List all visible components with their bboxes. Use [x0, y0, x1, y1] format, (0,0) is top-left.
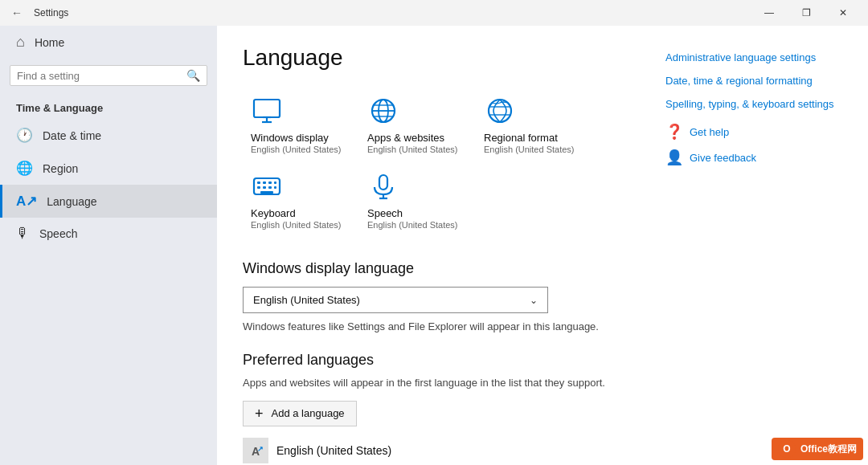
svg-text:↗: ↗ [257, 445, 264, 453]
back-nav-icon[interactable]: ← [6, 6, 27, 19]
language-icon: A↗ [16, 193, 37, 210]
tile-regional-format[interactable]: Regional format English (United States) [476, 87, 592, 162]
home-label: Home [35, 36, 64, 49]
svg-rect-17 [257, 186, 260, 189]
sidebar-item-label-date-time: Date & time [43, 129, 101, 142]
titlebar-title: Settings [34, 7, 68, 18]
sidebar-item-label-region: Region [43, 162, 78, 175]
titlebar: ← Settings — ❐ ✕ [0, 0, 868, 26]
plus-icon: + [255, 406, 264, 421]
search-box: 🔍 [10, 65, 207, 86]
main-content: Language Windows display English (Unit [217, 26, 868, 465]
give-feedback-label: Give feedback [690, 152, 756, 164]
date-time-icon: 🕐 [16, 127, 33, 144]
apps-websites-icon [367, 95, 399, 127]
tile-desc-windows-display: English (United States) [251, 145, 342, 154]
close-button[interactable]: ✕ [825, 0, 862, 26]
sidebar-item-home[interactable]: ⌂ Home [0, 26, 217, 59]
search-input[interactable] [17, 70, 182, 82]
content-left: Language Windows display English (Unit [243, 45, 633, 446]
dropdown-value: English (United States) [253, 294, 360, 306]
tile-desc-apps-websites: English (United States) [367, 145, 458, 154]
add-language-button[interactable]: + Add a language [243, 401, 357, 426]
tile-desc-speech: English (United States) [367, 220, 458, 230]
language-list-item-en-us[interactable]: A ↗ English (United States) [243, 433, 633, 465]
page-title: Language [243, 45, 633, 71]
get-help-label: Get help [690, 126, 729, 138]
link-admin-language[interactable]: Administrative language settings [665, 51, 842, 63]
sidebar-item-speech[interactable]: 🎙 Speech [0, 218, 217, 250]
tile-name-keyboard: Keyboard [251, 207, 296, 219]
svg-rect-13 [257, 182, 260, 184]
preferred-languages-title: Preferred languages [243, 352, 633, 369]
feedback-icon: 👤 [665, 149, 683, 166]
restore-button[interactable]: ❐ [788, 0, 825, 26]
sidebar-item-language[interactable]: A↗ Language [0, 185, 217, 218]
titlebar-left: ← Settings [6, 6, 68, 19]
minimize-button[interactable]: — [751, 0, 788, 26]
svg-rect-14 [263, 182, 266, 184]
settings-grid: Windows display English (United States) [243, 87, 633, 238]
tile-apps-websites[interactable]: Apps & websites English (United States) [359, 87, 476, 162]
svg-rect-20 [274, 186, 276, 189]
speech-tile-icon [367, 170, 399, 202]
svg-rect-15 [268, 182, 272, 184]
tile-windows-display[interactable]: Windows display English (United States) [243, 87, 359, 162]
preferred-languages-desc: Apps and websites will appear in the fir… [243, 375, 633, 391]
tile-desc-regional-format: English (United States) [484, 145, 575, 154]
link-spelling-typing[interactable]: Spelling, typing, & keyboard settings [665, 98, 842, 110]
sidebar-item-date-time[interactable]: 🕐 Date & time [0, 119, 217, 152]
tile-keyboard[interactable]: Keyboard English (United States) [243, 162, 359, 238]
tile-speech[interactable]: Speech English (United States) [359, 162, 476, 238]
sidebar: ⌂ Home 🔍 Time & Language 🕐 Date & time 🌐… [0, 26, 217, 465]
dropdown-description: Windows features like Settings and File … [243, 320, 633, 334]
tile-name-speech: Speech [367, 207, 403, 219]
add-language-label: Add a language [272, 407, 345, 419]
tile-name-windows-display: Windows display [251, 132, 329, 144]
watermark-text: Office教程网 [800, 443, 857, 456]
svg-rect-0 [254, 100, 280, 117]
svg-rect-19 [268, 186, 272, 189]
watermark-badge: O Office教程网 [772, 438, 863, 460]
language-item-icon: A ↗ [243, 438, 268, 463]
chevron-down-icon: ⌄ [530, 295, 538, 306]
display-language-dropdown[interactable]: English (United States) ⌄ [243, 287, 548, 313]
speech-icon: 🎙 [16, 226, 30, 242]
region-icon: 🌐 [16, 160, 33, 177]
search-icon[interactable]: 🔍 [186, 69, 200, 82]
tile-name-regional-format: Regional format [484, 132, 558, 144]
sidebar-item-label-language: Language [47, 195, 96, 208]
display-language-title: Windows display language [243, 260, 633, 277]
tile-desc-keyboard: English (United States) [251, 220, 342, 230]
sidebar-item-region[interactable]: 🌐 Region [0, 152, 217, 185]
tile-name-apps-websites: Apps & websites [367, 132, 444, 144]
home-icon: ⌂ [16, 34, 25, 51]
dropdown-row: English (United States) ⌄ [243, 287, 633, 313]
keyboard-icon [251, 170, 283, 202]
help-icon: ❓ [665, 123, 683, 141]
language-item-label: English (United States) [276, 444, 391, 457]
content-right: Administrative language settings Date, t… [665, 45, 842, 446]
windows-display-icon [251, 95, 283, 127]
link-date-time-regional[interactable]: Date, time & regional formatting [665, 75, 842, 87]
svg-rect-16 [274, 182, 276, 184]
svg-rect-22 [379, 175, 387, 190]
help-item-get-help[interactable]: ❓ Get help [665, 123, 842, 141]
sidebar-section-label: Time & Language [0, 92, 217, 119]
svg-rect-21 [260, 191, 273, 194]
titlebar-controls: — ❐ ✕ [751, 0, 862, 26]
sidebar-item-label-speech: Speech [39, 227, 77, 240]
regional-format-icon [484, 95, 516, 127]
app-body: ⌂ Home 🔍 Time & Language 🕐 Date & time 🌐… [0, 26, 868, 465]
svg-rect-18 [263, 186, 266, 189]
help-item-give-feedback[interactable]: 👤 Give feedback [665, 149, 842, 166]
